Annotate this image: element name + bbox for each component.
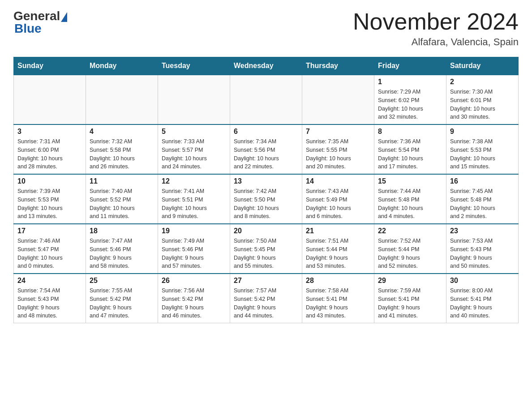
cell-info: Sunrise: 7:50 AM Sunset: 5:45 PM Dayligh… xyxy=(234,237,298,270)
cell-day-number: 10 xyxy=(17,177,82,185)
day-header-tuesday: Tuesday xyxy=(158,57,230,75)
calendar-cell: 21Sunrise: 7:51 AM Sunset: 5:44 PM Dayli… xyxy=(302,224,374,274)
calendar-cell: 17Sunrise: 7:46 AM Sunset: 5:47 PM Dayli… xyxy=(14,224,86,274)
calendar-cell: 10Sunrise: 7:39 AM Sunset: 5:53 PM Dayli… xyxy=(14,174,86,224)
calendar-cell: 12Sunrise: 7:41 AM Sunset: 5:51 PM Dayli… xyxy=(158,174,230,224)
week-row-2: 3Sunrise: 7:31 AM Sunset: 6:00 PM Daylig… xyxy=(14,124,519,174)
cell-info: Sunrise: 7:29 AM Sunset: 6:02 PM Dayligh… xyxy=(378,88,442,121)
cell-day-number: 1 xyxy=(378,78,442,86)
calendar-cell: 24Sunrise: 7:54 AM Sunset: 5:43 PM Dayli… xyxy=(14,274,86,323)
cell-day-number: 26 xyxy=(162,277,226,285)
title-area: November 2024 Alfafara, Valencia, Spain xyxy=(353,9,519,48)
calendar-cell: 26Sunrise: 7:56 AM Sunset: 5:42 PM Dayli… xyxy=(158,274,230,323)
cell-info: Sunrise: 7:53 AM Sunset: 5:43 PM Dayligh… xyxy=(450,237,515,270)
calendar-cell: 16Sunrise: 7:45 AM Sunset: 5:48 PM Dayli… xyxy=(446,174,519,224)
cell-info: Sunrise: 7:43 AM Sunset: 5:49 PM Dayligh… xyxy=(306,187,370,221)
cell-info: Sunrise: 7:42 AM Sunset: 5:50 PM Dayligh… xyxy=(234,187,298,221)
logo-general-text: General xyxy=(13,9,60,23)
cell-day-number: 13 xyxy=(234,177,298,185)
calendar-table: SundayMondayTuesdayWednesdayThursdayFrid… xyxy=(13,57,519,323)
cell-day-number: 27 xyxy=(234,277,298,285)
logo-blue-text: Blue xyxy=(14,21,67,36)
cell-day-number: 20 xyxy=(234,227,298,235)
cell-info: Sunrise: 7:34 AM Sunset: 5:56 PM Dayligh… xyxy=(234,137,298,171)
calendar-cell xyxy=(86,75,158,124)
cell-day-number: 8 xyxy=(378,128,442,136)
calendar-cell: 28Sunrise: 7:58 AM Sunset: 5:41 PM Dayli… xyxy=(302,274,374,323)
cell-info: Sunrise: 7:40 AM Sunset: 5:52 PM Dayligh… xyxy=(90,187,154,221)
cell-info: Sunrise: 7:35 AM Sunset: 5:55 PM Dayligh… xyxy=(306,137,370,171)
cell-day-number: 14 xyxy=(306,177,370,185)
cell-day-number: 17 xyxy=(17,227,82,235)
cell-day-number: 7 xyxy=(306,128,370,136)
cell-day-number: 18 xyxy=(90,227,154,235)
calendar-cell: 23Sunrise: 7:53 AM Sunset: 5:43 PM Dayli… xyxy=(446,224,519,274)
cell-day-number: 29 xyxy=(378,277,442,285)
calendar-cell xyxy=(230,75,302,124)
cell-day-number: 21 xyxy=(306,227,370,235)
cell-day-number: 24 xyxy=(17,277,82,285)
cell-info: Sunrise: 7:46 AM Sunset: 5:47 PM Dayligh… xyxy=(17,237,82,270)
day-header-saturday: Saturday xyxy=(446,57,519,75)
header-row: SundayMondayTuesdayWednesdayThursdayFrid… xyxy=(14,57,519,75)
calendar-cell: 20Sunrise: 7:50 AM Sunset: 5:45 PM Dayli… xyxy=(230,224,302,274)
calendar-cell: 2Sunrise: 7:30 AM Sunset: 6:01 PM Daylig… xyxy=(446,75,519,124)
week-row-5: 24Sunrise: 7:54 AM Sunset: 5:43 PM Dayli… xyxy=(14,274,519,323)
cell-day-number: 6 xyxy=(234,128,298,136)
calendar-cell: 19Sunrise: 7:49 AM Sunset: 5:46 PM Dayli… xyxy=(158,224,230,274)
week-row-1: 1Sunrise: 7:29 AM Sunset: 6:02 PM Daylig… xyxy=(14,75,519,124)
calendar-cell: 22Sunrise: 7:52 AM Sunset: 5:44 PM Dayli… xyxy=(374,224,446,274)
calendar-cell xyxy=(14,75,86,124)
calendar-cell: 1Sunrise: 7:29 AM Sunset: 6:02 PM Daylig… xyxy=(374,75,446,124)
cell-day-number: 11 xyxy=(90,177,154,185)
cell-day-number: 4 xyxy=(90,128,154,136)
day-header-monday: Monday xyxy=(86,57,158,75)
calendar-cell xyxy=(302,75,374,124)
cell-info: Sunrise: 7:59 AM Sunset: 5:41 PM Dayligh… xyxy=(378,287,442,320)
cell-info: Sunrise: 7:30 AM Sunset: 6:01 PM Dayligh… xyxy=(450,88,515,121)
cell-info: Sunrise: 7:38 AM Sunset: 5:53 PM Dayligh… xyxy=(450,137,515,171)
calendar-cell: 7Sunrise: 7:35 AM Sunset: 5:55 PM Daylig… xyxy=(302,124,374,174)
cell-info: Sunrise: 7:52 AM Sunset: 5:44 PM Dayligh… xyxy=(378,237,442,270)
day-header-sunday: Sunday xyxy=(14,57,86,75)
calendar-cell: 30Sunrise: 8:00 AM Sunset: 5:41 PM Dayli… xyxy=(446,274,519,323)
week-row-3: 10Sunrise: 7:39 AM Sunset: 5:53 PM Dayli… xyxy=(14,174,519,224)
calendar-cell: 11Sunrise: 7:40 AM Sunset: 5:52 PM Dayli… xyxy=(86,174,158,224)
calendar-cell: 8Sunrise: 7:36 AM Sunset: 5:54 PM Daylig… xyxy=(374,124,446,174)
calendar-cell: 13Sunrise: 7:42 AM Sunset: 5:50 PM Dayli… xyxy=(230,174,302,224)
cell-info: Sunrise: 7:41 AM Sunset: 5:51 PM Dayligh… xyxy=(162,187,226,221)
week-row-4: 17Sunrise: 7:46 AM Sunset: 5:47 PM Dayli… xyxy=(14,224,519,274)
cell-info: Sunrise: 7:33 AM Sunset: 5:57 PM Dayligh… xyxy=(162,137,226,171)
cell-info: Sunrise: 7:58 AM Sunset: 5:41 PM Dayligh… xyxy=(306,287,370,320)
cell-info: Sunrise: 8:00 AM Sunset: 5:41 PM Dayligh… xyxy=(450,287,515,320)
calendar-cell: 25Sunrise: 7:55 AM Sunset: 5:42 PM Dayli… xyxy=(86,274,158,323)
calendar-subtitle: Alfafara, Valencia, Spain xyxy=(353,36,519,48)
calendar-cell xyxy=(158,75,230,124)
logo: General Blue xyxy=(13,9,67,36)
cell-info: Sunrise: 7:55 AM Sunset: 5:42 PM Dayligh… xyxy=(90,287,154,320)
calendar-cell: 4Sunrise: 7:32 AM Sunset: 5:58 PM Daylig… xyxy=(86,124,158,174)
calendar-cell: 18Sunrise: 7:47 AM Sunset: 5:46 PM Dayli… xyxy=(86,224,158,274)
logo-triangle-icon xyxy=(61,12,67,22)
cell-info: Sunrise: 7:56 AM Sunset: 5:42 PM Dayligh… xyxy=(162,287,226,320)
cell-day-number: 5 xyxy=(162,128,226,136)
cell-day-number: 15 xyxy=(378,177,442,185)
calendar-cell: 27Sunrise: 7:57 AM Sunset: 5:42 PM Dayli… xyxy=(230,274,302,323)
calendar-cell: 15Sunrise: 7:44 AM Sunset: 5:48 PM Dayli… xyxy=(374,174,446,224)
calendar-cell: 3Sunrise: 7:31 AM Sunset: 6:00 PM Daylig… xyxy=(14,124,86,174)
cell-info: Sunrise: 7:47 AM Sunset: 5:46 PM Dayligh… xyxy=(90,237,154,270)
cell-info: Sunrise: 7:39 AM Sunset: 5:53 PM Dayligh… xyxy=(17,187,82,221)
cell-info: Sunrise: 7:49 AM Sunset: 5:46 PM Dayligh… xyxy=(162,237,226,270)
cell-info: Sunrise: 7:31 AM Sunset: 6:00 PM Dayligh… xyxy=(17,137,82,171)
day-header-thursday: Thursday xyxy=(302,57,374,75)
cell-day-number: 23 xyxy=(450,227,515,235)
cell-day-number: 25 xyxy=(90,277,154,285)
cell-info: Sunrise: 7:57 AM Sunset: 5:42 PM Dayligh… xyxy=(234,287,298,320)
cell-info: Sunrise: 7:45 AM Sunset: 5:48 PM Dayligh… xyxy=(450,187,515,221)
calendar-cell: 6Sunrise: 7:34 AM Sunset: 5:56 PM Daylig… xyxy=(230,124,302,174)
cell-info: Sunrise: 7:51 AM Sunset: 5:44 PM Dayligh… xyxy=(306,237,370,270)
cell-info: Sunrise: 7:54 AM Sunset: 5:43 PM Dayligh… xyxy=(17,287,82,320)
cell-day-number: 28 xyxy=(306,277,370,285)
calendar-cell: 5Sunrise: 7:33 AM Sunset: 5:57 PM Daylig… xyxy=(158,124,230,174)
cell-day-number: 12 xyxy=(162,177,226,185)
